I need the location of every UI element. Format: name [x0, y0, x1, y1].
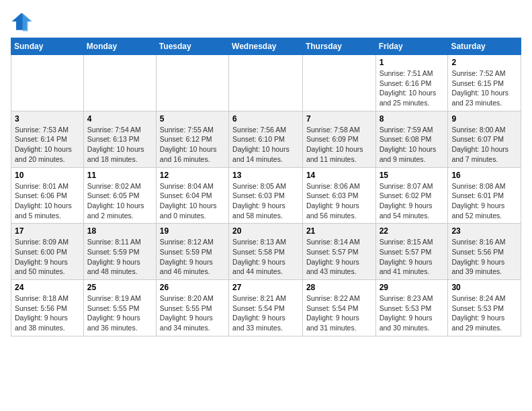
- day-info: Sunrise: 8:15 AMSunset: 5:57 PMDaylight:…: [380, 237, 445, 277]
- day-number: 21: [306, 226, 372, 236]
- day-number: 23: [451, 226, 517, 236]
- weekday-header: Wednesday: [229, 38, 303, 55]
- calendar-cell: 27Sunrise: 8:21 AMSunset: 5:54 PMDayligh…: [229, 280, 303, 336]
- svg-marker-1: [23, 13, 32, 31]
- day-number: 26: [160, 283, 225, 292]
- day-number: 27: [232, 283, 299, 292]
- calendar-cell: 4Sunrise: 7:54 AMSunset: 6:13 PMDaylight…: [83, 111, 156, 167]
- weekday-header: Saturday: [448, 38, 521, 55]
- day-number: 29: [380, 283, 445, 292]
- day-info: Sunrise: 8:14 AMSunset: 5:57 PMDaylight:…: [306, 237, 372, 277]
- day-info: Sunrise: 8:08 AMSunset: 6:01 PMDaylight:…: [451, 181, 517, 221]
- page-header: [11, 11, 521, 32]
- calendar-cell: 5Sunrise: 7:55 AMSunset: 6:12 PMDaylight…: [156, 111, 228, 167]
- day-info: Sunrise: 8:19 AMSunset: 5:55 PMDaylight:…: [87, 293, 152, 333]
- calendar-cell: 19Sunrise: 8:12 AMSunset: 5:59 PMDayligh…: [156, 224, 228, 280]
- day-info: Sunrise: 7:58 AMSunset: 6:09 PMDaylight:…: [306, 125, 372, 165]
- calendar-cell: 28Sunrise: 8:22 AMSunset: 5:54 PMDayligh…: [302, 280, 375, 336]
- day-number: 4: [87, 114, 152, 124]
- calendar-cell: 21Sunrise: 8:14 AMSunset: 5:57 PMDayligh…: [302, 224, 375, 280]
- calendar-cell: [156, 55, 228, 111]
- calendar-cell: 15Sunrise: 8:07 AMSunset: 6:02 PMDayligh…: [375, 167, 448, 224]
- day-info: Sunrise: 8:11 AMSunset: 5:59 PMDaylight:…: [87, 237, 152, 277]
- day-info: Sunrise: 7:53 AMSunset: 6:14 PMDaylight:…: [15, 125, 80, 165]
- calendar-cell: 12Sunrise: 8:04 AMSunset: 6:04 PMDayligh…: [156, 167, 228, 224]
- day-number: 25: [87, 283, 152, 292]
- day-info: Sunrise: 8:06 AMSunset: 6:03 PMDaylight:…: [306, 181, 372, 221]
- day-info: Sunrise: 8:02 AMSunset: 6:05 PMDaylight:…: [87, 181, 152, 221]
- day-number: 8: [380, 114, 445, 124]
- day-number: 1: [380, 58, 445, 67]
- day-number: 9: [451, 114, 517, 124]
- day-number: 30: [451, 283, 517, 292]
- logo: [11, 11, 36, 32]
- day-info: Sunrise: 7:52 AMSunset: 6:15 PMDaylight:…: [451, 68, 517, 108]
- day-number: 5: [160, 114, 225, 124]
- calendar-cell: 22Sunrise: 8:15 AMSunset: 5:57 PMDayligh…: [375, 224, 448, 280]
- calendar-header-row: SundayMondayTuesdayWednesdayThursdayFrid…: [11, 38, 521, 55]
- day-info: Sunrise: 8:21 AMSunset: 5:54 PMDaylight:…: [232, 293, 299, 333]
- day-number: 14: [306, 171, 372, 180]
- day-number: 16: [451, 171, 517, 180]
- calendar-cell: 25Sunrise: 8:19 AMSunset: 5:55 PMDayligh…: [83, 280, 156, 336]
- weekday-header: Monday: [83, 38, 156, 55]
- day-number: 12: [160, 171, 225, 180]
- day-number: 22: [380, 226, 445, 236]
- calendar-table: SundayMondayTuesdayWednesdayThursdayFrid…: [11, 38, 521, 336]
- calendar-week-row: 3Sunrise: 7:53 AMSunset: 6:14 PMDaylight…: [11, 111, 521, 167]
- day-number: 3: [15, 114, 80, 124]
- weekday-header: Friday: [375, 38, 448, 55]
- calendar-cell: 8Sunrise: 7:59 AMSunset: 6:08 PMDaylight…: [375, 111, 448, 167]
- calendar-cell: 7Sunrise: 7:58 AMSunset: 6:09 PMDaylight…: [302, 111, 375, 167]
- day-info: Sunrise: 8:01 AMSunset: 6:06 PMDaylight:…: [15, 181, 80, 221]
- calendar-cell: 14Sunrise: 8:06 AMSunset: 6:03 PMDayligh…: [302, 167, 375, 224]
- calendar-week-row: 10Sunrise: 8:01 AMSunset: 6:06 PMDayligh…: [11, 167, 521, 224]
- day-info: Sunrise: 8:05 AMSunset: 6:03 PMDaylight:…: [232, 181, 299, 221]
- calendar-cell: [302, 55, 375, 111]
- day-info: Sunrise: 8:16 AMSunset: 5:56 PMDaylight:…: [451, 237, 517, 277]
- calendar-cell: 9Sunrise: 8:00 AMSunset: 6:07 PMDaylight…: [448, 111, 521, 167]
- calendar-cell: 18Sunrise: 8:11 AMSunset: 5:59 PMDayligh…: [83, 224, 156, 280]
- day-info: Sunrise: 8:18 AMSunset: 5:56 PMDaylight:…: [15, 293, 80, 333]
- day-info: Sunrise: 8:13 AMSunset: 5:58 PMDaylight:…: [232, 237, 299, 277]
- logo-icon: [11, 11, 32, 32]
- calendar-week-row: 17Sunrise: 8:09 AMSunset: 6:00 PMDayligh…: [11, 224, 521, 280]
- day-number: 28: [306, 283, 372, 292]
- calendar-cell: 3Sunrise: 7:53 AMSunset: 6:14 PMDaylight…: [11, 111, 84, 167]
- day-info: Sunrise: 8:09 AMSunset: 6:00 PMDaylight:…: [15, 237, 80, 277]
- day-info: Sunrise: 8:12 AMSunset: 5:59 PMDaylight:…: [160, 237, 225, 277]
- day-info: Sunrise: 8:23 AMSunset: 5:53 PMDaylight:…: [380, 293, 445, 333]
- calendar-cell: 30Sunrise: 8:24 AMSunset: 5:53 PMDayligh…: [448, 280, 521, 336]
- weekday-header: Tuesday: [156, 38, 228, 55]
- calendar-cell: 23Sunrise: 8:16 AMSunset: 5:56 PMDayligh…: [448, 224, 521, 280]
- day-info: Sunrise: 7:56 AMSunset: 6:10 PMDaylight:…: [232, 125, 299, 165]
- weekday-header: Sunday: [11, 38, 84, 55]
- day-number: 13: [232, 171, 299, 180]
- calendar-cell: [11, 55, 84, 111]
- weekday-header: Thursday: [302, 38, 375, 55]
- day-info: Sunrise: 7:55 AMSunset: 6:12 PMDaylight:…: [160, 125, 225, 165]
- calendar-week-row: 1Sunrise: 7:51 AMSunset: 6:16 PMDaylight…: [11, 55, 521, 111]
- day-info: Sunrise: 7:59 AMSunset: 6:08 PMDaylight:…: [380, 125, 445, 165]
- day-info: Sunrise: 8:07 AMSunset: 6:02 PMDaylight:…: [380, 181, 445, 221]
- day-number: 24: [15, 283, 80, 292]
- day-number: 17: [15, 226, 80, 236]
- calendar-cell: [229, 55, 303, 111]
- day-info: Sunrise: 8:22 AMSunset: 5:54 PMDaylight:…: [306, 293, 372, 333]
- day-info: Sunrise: 8:04 AMSunset: 6:04 PMDaylight:…: [160, 181, 225, 221]
- day-info: Sunrise: 7:54 AMSunset: 6:13 PMDaylight:…: [87, 125, 152, 165]
- calendar-cell: 10Sunrise: 8:01 AMSunset: 6:06 PMDayligh…: [11, 167, 84, 224]
- calendar-cell: [83, 55, 156, 111]
- day-number: 20: [232, 226, 299, 236]
- calendar-cell: 2Sunrise: 7:52 AMSunset: 6:15 PMDaylight…: [448, 55, 521, 111]
- day-info: Sunrise: 8:20 AMSunset: 5:55 PMDaylight:…: [160, 293, 225, 333]
- calendar-cell: 11Sunrise: 8:02 AMSunset: 6:05 PMDayligh…: [83, 167, 156, 224]
- day-number: 11: [87, 171, 152, 180]
- day-number: 7: [306, 114, 372, 124]
- calendar-cell: 20Sunrise: 8:13 AMSunset: 5:58 PMDayligh…: [229, 224, 303, 280]
- day-number: 2: [451, 58, 517, 67]
- calendar-cell: 29Sunrise: 8:23 AMSunset: 5:53 PMDayligh…: [375, 280, 448, 336]
- calendar-cell: 13Sunrise: 8:05 AMSunset: 6:03 PMDayligh…: [229, 167, 303, 224]
- day-info: Sunrise: 7:51 AMSunset: 6:16 PMDaylight:…: [380, 68, 445, 108]
- day-info: Sunrise: 8:00 AMSunset: 6:07 PMDaylight:…: [451, 125, 517, 165]
